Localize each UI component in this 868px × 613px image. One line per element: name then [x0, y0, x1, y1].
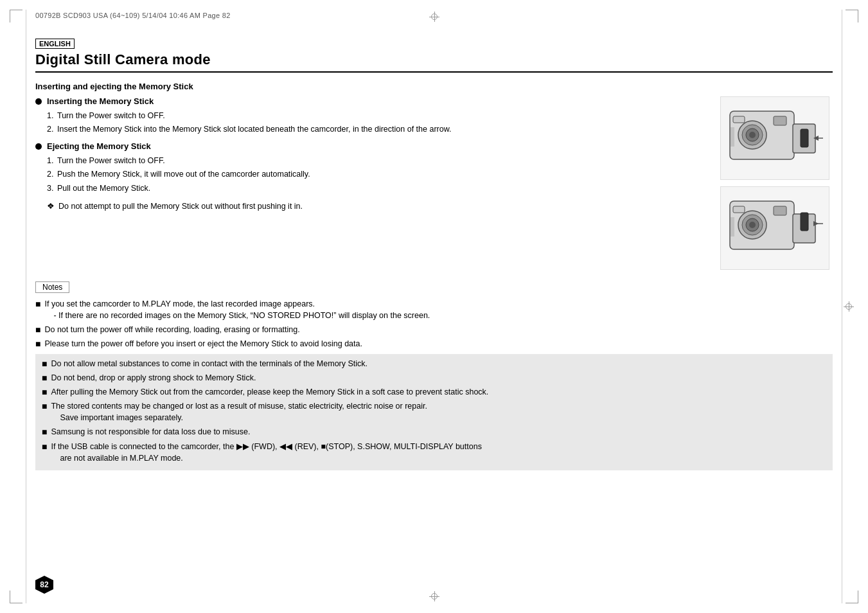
crosshair-right	[844, 301, 854, 312]
main-content: ENGLISH Digital Still Camera mode Insert…	[35, 39, 833, 574]
note-text-3: Please turn the power off before you ins…	[44, 338, 362, 350]
svg-rect-22	[801, 213, 808, 231]
note-text-1: If you set the camcorder to M.PLAY mode,…	[44, 299, 315, 308]
shaded-bullet-3: ■	[42, 386, 47, 398]
page-container: 00792B SCD903 USA (64~109) 5/14/04 10:46…	[0, 0, 868, 613]
insert-step-2: 2. Insert the Memory Stick into the Memo…	[47, 123, 707, 135]
svg-rect-20	[733, 206, 745, 213]
svg-point-4	[749, 132, 756, 138]
note-sub-1: - If there are no recorded images on the…	[44, 310, 430, 321]
content-layout: Inserting the Memory Stick 1. Turn the P…	[35, 96, 833, 270]
note-item-2: ■ Do not turn the power off while record…	[35, 324, 833, 335]
note-item-3: ■ Please turn the power off before you i…	[35, 338, 833, 350]
shaded-text-4b: Save important images separately.	[51, 412, 427, 423]
shaded-notes-box: ■ Do not allow metal substances to come …	[35, 354, 833, 470]
images-column	[720, 96, 833, 270]
insert-step-1: 1. Turn the Power switch to OFF.	[47, 110, 707, 121]
shaded-bullet-4: ■	[42, 400, 47, 423]
shaded-note-2: ■ Do not bend, drop or apply strong shoc…	[42, 372, 826, 384]
shaded-text-5: Samsung is not responsible for data loss…	[51, 426, 250, 438]
insert-subtitle: Inserting the Memory Stick	[35, 96, 707, 106]
shaded-bullet-2: ■	[42, 372, 47, 384]
diamond-icon: ❖	[47, 200, 55, 213]
shaded-note-6: ■ If the USB cable is connected to the c…	[42, 441, 826, 464]
shaded-notes-list: ■ Do not allow metal substances to come …	[42, 358, 826, 464]
insert-steps-list: 1. Turn the Power switch to OFF. 2. Inse…	[47, 110, 707, 135]
note-item-1: ■ If you set the camcorder to M.PLAY mod…	[35, 298, 833, 321]
crosshair-top	[429, 12, 439, 22]
eject-steps-list: 1. Turn the Power switch to OFF. 2. Push…	[47, 155, 707, 193]
bullet-dot-insert	[35, 98, 42, 105]
square-bullet-3: ■	[35, 338, 40, 350]
shaded-text-4a: The stored contents may be changed or lo…	[51, 402, 427, 411]
eject-step-2: 2. Push the Memory Stick, it will move o…	[47, 168, 707, 180]
notes-section: Notes ■ If you set the camcorder to M.PL…	[35, 281, 833, 470]
shaded-text-3: After pulling the Memory Stick out from …	[51, 386, 488, 398]
corner-mark-tr	[846, 10, 858, 22]
warning-text: Do not attempt to pull the Memory Stick …	[58, 200, 303, 213]
shaded-bullet-1: ■	[42, 358, 47, 369]
shaded-note-5: ■ Samsung is not responsible for data lo…	[42, 426, 826, 438]
camera-svg-bottom	[723, 188, 826, 269]
svg-rect-8	[801, 129, 808, 147]
eject-step-3: 3. Pull out the Memory Stick.	[47, 182, 707, 194]
notes-list: ■ If you set the camcorder to M.PLAY mod…	[35, 298, 833, 350]
eject-subtitle: Ejecting the Memory Stick	[35, 141, 707, 151]
square-bullet-1: ■	[35, 298, 40, 321]
shaded-note-4: ■ The stored contents may be changed or …	[42, 400, 826, 423]
insert-title-text: Inserting the Memory Stick	[47, 96, 154, 106]
shaded-text-1: Do not allow metal substances to come in…	[51, 358, 368, 369]
page-number: 82	[35, 576, 53, 594]
notes-badge: Notes	[35, 281, 69, 293]
language-label: ENGLISH	[35, 39, 75, 49]
square-bullet-2: ■	[35, 324, 40, 335]
camera-image-top	[720, 96, 829, 180]
svg-point-18	[749, 222, 756, 228]
shaded-bullet-6: ■	[42, 441, 47, 464]
corner-mark-br	[846, 591, 858, 603]
shaded-note-3: ■ After pulling the Memory Stick out fro…	[42, 386, 826, 398]
eject-title-text: Ejecting the Memory Stick	[47, 141, 151, 151]
page-title: Digital Still Camera mode	[35, 51, 833, 73]
bullet-dot-eject	[35, 143, 42, 150]
shaded-text-2: Do not bend, drop or apply strong shock …	[51, 372, 256, 384]
camera-image-bottom	[720, 186, 829, 270]
vert-line-left	[26, 10, 26, 603]
corner-mark-bl	[10, 591, 22, 603]
text-column: Inserting the Memory Stick 1. Turn the P…	[35, 96, 707, 270]
shaded-text-6b: are not available in M.PLAY mode.	[51, 452, 481, 464]
shaded-note-1: ■ Do not allow metal substances to come …	[42, 358, 826, 369]
camera-svg-top	[723, 98, 826, 179]
svg-rect-19	[774, 206, 786, 215]
svg-rect-6	[733, 116, 745, 123]
vert-line-right	[842, 10, 842, 603]
crosshair-bottom	[429, 591, 439, 601]
shaded-text-6a: If the USB cable is connected to the cam…	[51, 442, 481, 451]
svg-rect-5	[774, 116, 786, 125]
section-heading: Inserting and ejecting the Memory Stick	[35, 82, 833, 91]
note-text-2: Do not turn the power off while recordin…	[44, 324, 299, 335]
warning-item: ❖ Do not attempt to pull the Memory Stic…	[47, 200, 707, 213]
eject-step-1: 1. Turn the Power switch to OFF.	[47, 155, 707, 166]
corner-mark-tl	[10, 10, 22, 22]
header-info: 00792B SCD903 USA (64~109) 5/14/04 10:46…	[35, 12, 231, 19]
shaded-bullet-5: ■	[42, 426, 47, 438]
